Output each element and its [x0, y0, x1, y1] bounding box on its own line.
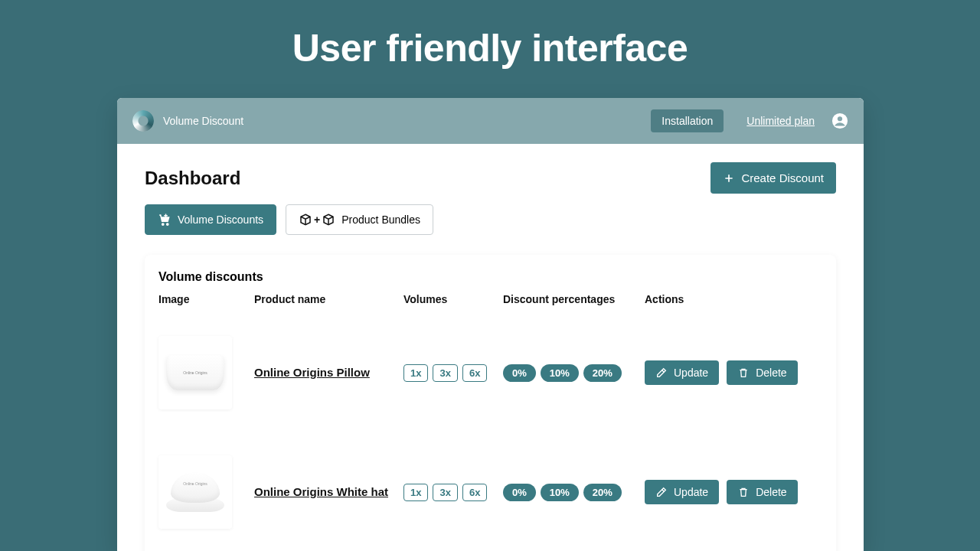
volume-chip: 1x	[403, 364, 428, 382]
col-discount-percentages: Discount percentages	[503, 293, 645, 313]
installation-button[interactable]: Installation	[651, 109, 724, 132]
create-discount-button[interactable]: Create Discount	[710, 162, 836, 194]
tab-volume-discounts[interactable]: Volume Discounts	[145, 204, 276, 235]
content-area: Dashboard Create Discount Volume Discoun…	[117, 144, 864, 551]
volume-chip: 3x	[433, 484, 457, 501]
tab-volume-discounts-label: Volume Discounts	[178, 214, 263, 226]
svg-point-3	[167, 223, 168, 225]
percentage-chip: 0%	[503, 484, 536, 501]
col-volumes: Volumes	[403, 293, 503, 313]
svg-point-2	[162, 223, 164, 225]
percentage-chip: 20%	[583, 364, 622, 382]
product-name-link[interactable]: Online Origins Pillow	[254, 366, 370, 379]
update-button[interactable]: Update	[645, 360, 719, 385]
percentage-chip: 10%	[541, 364, 579, 382]
bundle-icon: +	[299, 213, 335, 227]
percentages-cell: 0% 10% 20%	[503, 341, 645, 405]
update-label: Update	[674, 367, 708, 379]
plus-icon	[723, 172, 735, 184]
box-icon	[299, 213, 312, 227]
volume-chip: 1x	[403, 484, 428, 501]
trash-icon	[737, 486, 750, 498]
pillow-icon: Online Origins	[166, 355, 224, 390]
volume-chip: 3x	[433, 364, 457, 382]
volume-chip: 6x	[462, 484, 487, 501]
section-title: Volume discounts	[158, 270, 822, 284]
hero-title: User friendly interface	[0, 0, 980, 70]
page-title: Dashboard	[145, 168, 240, 189]
volume-chip: 6x	[462, 364, 487, 382]
product-name-link[interactable]: Online Origins White hat	[254, 485, 388, 498]
product-thumbnail: Online Origins	[158, 336, 232, 409]
tab-product-bundles[interactable]: + Product Bundles	[286, 204, 433, 235]
percentage-chip: 0%	[503, 364, 536, 382]
tab-product-bundles-label: Product Bundles	[341, 214, 420, 226]
plus-icon: +	[314, 214, 320, 226]
percentage-chip: 20%	[583, 484, 622, 501]
col-product-name: Product name	[254, 293, 403, 313]
table-row: Online Origins	[158, 313, 254, 432]
volumes-cell: 1x 3x 6x	[403, 341, 503, 405]
app-logo-icon	[132, 110, 154, 132]
box-icon	[322, 213, 335, 227]
col-actions: Actions	[645, 293, 822, 313]
update-button[interactable]: Update	[645, 480, 719, 504]
app-name: Volume Discount	[163, 115, 243, 127]
volumes-cell: 1x 3x 6x	[403, 461, 503, 524]
actions-cell: Update Delete	[645, 337, 822, 408]
volume-discounts-section: Volume discounts Image Product name Volu…	[145, 255, 836, 551]
update-label: Update	[674, 486, 708, 498]
tabs: Volume Discounts + Product Bundles	[145, 204, 836, 235]
account-icon[interactable]	[831, 112, 848, 129]
cart-add-icon	[158, 213, 172, 227]
svg-point-1	[838, 116, 842, 121]
delete-label: Delete	[756, 367, 786, 379]
trash-icon	[737, 367, 750, 379]
edit-icon	[655, 367, 668, 379]
plan-link[interactable]: Unlimited plan	[746, 115, 815, 127]
percentage-chip: 10%	[541, 484, 579, 501]
delete-button[interactable]: Delete	[727, 480, 797, 504]
create-discount-label: Create Discount	[741, 171, 824, 184]
delete-button[interactable]: Delete	[727, 360, 797, 385]
edit-icon	[655, 486, 668, 498]
cap-icon: Online Origins	[165, 468, 226, 517]
topbar: Volume Discount Installation Unlimited p…	[117, 98, 864, 144]
col-image: Image	[158, 293, 254, 313]
table-row: Online Origins	[158, 432, 254, 551]
product-thumbnail: Online Origins	[158, 455, 232, 529]
actions-cell: Update Delete	[645, 457, 822, 527]
app-window: Volume Discount Installation Unlimited p…	[117, 98, 864, 551]
percentages-cell: 0% 10% 20%	[503, 461, 645, 524]
delete-label: Delete	[756, 486, 786, 498]
